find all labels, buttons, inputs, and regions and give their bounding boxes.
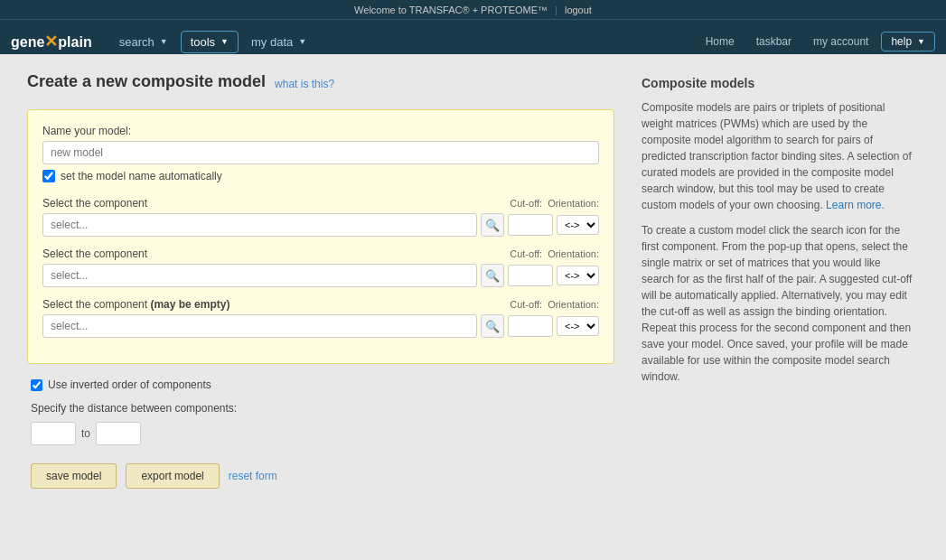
main-content: Create a new composite model what is thi… bbox=[0, 54, 946, 560]
welcome-text: Welcome to TRANSFAC® + PROTEOME™ bbox=[354, 5, 548, 15]
auto-name-checkbox[interactable] bbox=[42, 170, 55, 182]
action-row: save model export model reset form bbox=[31, 463, 611, 489]
component3-row: Select the component (may be empty) Cut-… bbox=[42, 298, 599, 338]
left-panel: Create a new composite model what is thi… bbox=[27, 72, 614, 542]
component3-orientation-select[interactable]: <-> --> <-- bbox=[557, 316, 599, 336]
nav-items: search ▼ tools ▼ my data ▼ bbox=[110, 31, 316, 53]
component3-cutoff-orientation: Cut-off: Orientation: bbox=[510, 299, 599, 310]
search-chevron-icon: ▼ bbox=[160, 37, 168, 46]
right-nav: Home taskbar my account help ▼ bbox=[697, 32, 935, 51]
component1-cutoff-label: Cut-off: bbox=[510, 198, 542, 209]
title-row: Create a new composite model what is thi… bbox=[27, 72, 614, 95]
inverted-order-label: Use inverted order of components bbox=[48, 378, 211, 391]
component1-orientation-select[interactable]: <-> --> <-- bbox=[557, 215, 599, 235]
help-chevron-icon: ▼ bbox=[917, 37, 925, 46]
component3-label: Select the component (may be empty) bbox=[42, 298, 229, 311]
mydata-chevron-icon: ▼ bbox=[298, 37, 306, 46]
my-data-nav-btn[interactable]: my data ▼ bbox=[242, 32, 315, 52]
component3-may-be-empty: (may be empty) bbox=[150, 298, 229, 311]
sidebar-para2: To create a custom model click the searc… bbox=[642, 222, 913, 385]
tools-chevron-icon: ▼ bbox=[220, 37, 229, 46]
search-nav-btn[interactable]: search ▼ bbox=[110, 32, 177, 52]
distance-row: -5 to 30 bbox=[31, 422, 611, 445]
reset-form-link[interactable]: reset form bbox=[229, 470, 277, 482]
component2-select-row: 🔍 0.0 <-> --> <-- bbox=[42, 264, 599, 287]
component2-row: Select the component Cut-off: Orientatio… bbox=[42, 247, 599, 287]
component2-search-btn[interactable]: 🔍 bbox=[481, 264, 504, 287]
form-box: Name your model: set the model name auto… bbox=[27, 109, 614, 364]
component2-cutoff-label: Cut-off: bbox=[510, 248, 542, 259]
component1-search-btn[interactable]: 🔍 bbox=[481, 213, 504, 237]
inverted-order-checkbox[interactable] bbox=[31, 379, 42, 391]
logo: gene✕plain bbox=[11, 32, 92, 51]
component2-orientation-label: Orientation: bbox=[548, 248, 599, 259]
learn-more-link[interactable]: Learn more. bbox=[826, 199, 885, 211]
right-panel: Composite models Composite models are pa… bbox=[642, 72, 913, 542]
component2-input[interactable] bbox=[42, 264, 477, 287]
sidebar-title: Composite models bbox=[642, 76, 913, 90]
component3-input[interactable] bbox=[42, 314, 477, 338]
header-top-bar: Welcome to TRANSFAC® + PROTEOME™ | logou… bbox=[0, 0, 946, 20]
separator: | bbox=[555, 5, 557, 15]
component2-cutoff-input[interactable]: 0.0 bbox=[508, 265, 553, 286]
component2-orientation-select[interactable]: <-> --> <-- bbox=[557, 266, 599, 285]
component1-row: Select the component Cut-off: Orientatio… bbox=[42, 197, 599, 237]
header-nav: gene✕plain search ▼ tools ▼ my data ▼ Ho… bbox=[0, 20, 946, 54]
save-model-button[interactable]: save model bbox=[31, 463, 117, 489]
inverted-order-row: Use inverted order of components bbox=[31, 378, 611, 391]
component3-header: Select the component (may be empty) Cut-… bbox=[42, 298, 599, 311]
header: Welcome to TRANSFAC® + PROTEOME™ | logou… bbox=[0, 0, 946, 54]
what-is-this-link[interactable]: what is this? bbox=[275, 78, 334, 90]
below-box: Use inverted order of components Specify… bbox=[27, 378, 614, 489]
model-name-input[interactable] bbox=[42, 141, 599, 164]
component3-cutoff-label: Cut-off: bbox=[510, 299, 542, 310]
component2-cutoff-orientation: Cut-off: Orientation: bbox=[510, 248, 599, 259]
to-label: to bbox=[81, 427, 90, 440]
component3-orientation-label: Orientation: bbox=[548, 299, 599, 310]
distance-label: Specify the distance between components: bbox=[31, 402, 611, 415]
auto-name-label: set the model name automatically bbox=[61, 170, 222, 182]
distance-from-input[interactable]: -5 bbox=[31, 422, 76, 445]
component3-select-row: 🔍 0.0 <-> --> <-- bbox=[42, 314, 599, 338]
component1-header: Select the component Cut-off: Orientatio… bbox=[42, 197, 599, 210]
page-title: Create a new composite model bbox=[27, 72, 266, 91]
sidebar-para1: Composite models are pairs or triplets o… bbox=[642, 99, 913, 213]
component1-cutoff-orientation: Cut-off: Orientation: bbox=[510, 198, 599, 209]
component1-label: Select the component bbox=[42, 197, 147, 210]
component2-label: Select the component bbox=[42, 247, 147, 260]
model-name-label: Name your model: bbox=[42, 125, 599, 137]
component1-orientation-label: Orientation: bbox=[548, 198, 599, 209]
logout-link[interactable]: logout bbox=[565, 5, 592, 15]
taskbar-nav-btn[interactable]: taskbar bbox=[747, 32, 801, 51]
logo-text: gene✕plain bbox=[11, 32, 92, 51]
component1-select-row: 🔍 0.0 <-> --> <-- bbox=[42, 213, 599, 237]
component3-search-btn[interactable]: 🔍 bbox=[481, 314, 504, 338]
component3-cutoff-input[interactable]: 0.0 bbox=[508, 315, 553, 337]
auto-name-row: set the model name automatically bbox=[42, 170, 599, 182]
component1-cutoff-input[interactable]: 0.0 bbox=[508, 214, 553, 236]
tools-nav-btn[interactable]: tools ▼ bbox=[181, 31, 239, 53]
component1-input[interactable] bbox=[42, 213, 477, 237]
my-account-nav-btn[interactable]: my account bbox=[804, 32, 877, 51]
distance-to-input[interactable]: 30 bbox=[96, 422, 141, 445]
help-nav-btn[interactable]: help ▼ bbox=[881, 32, 935, 51]
export-model-button[interactable]: export model bbox=[126, 463, 219, 489]
home-nav-btn[interactable]: Home bbox=[697, 32, 744, 51]
component2-header: Select the component Cut-off: Orientatio… bbox=[42, 247, 599, 260]
